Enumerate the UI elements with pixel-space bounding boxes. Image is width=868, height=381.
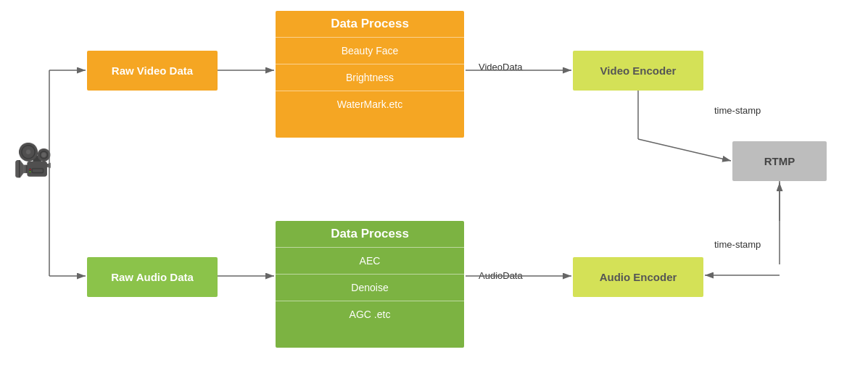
raw-video-data-label: Raw Video Data xyxy=(112,64,193,77)
svg-line-7 xyxy=(638,139,731,161)
raw-audio-data-label: Raw Audio Data xyxy=(111,271,194,283)
raw-audio-data-box: Raw Audio Data xyxy=(87,257,218,297)
timestamp-label-1: time-stamp xyxy=(714,105,761,116)
audio-dp-item-2: Denoise xyxy=(276,274,464,301)
video-dp-item-1: Beauty Face xyxy=(276,37,464,64)
rtmp-box: RTMP xyxy=(732,141,827,181)
video-data-process-box: Data Process Beauty Face Brightness Wate… xyxy=(276,11,464,138)
audio-encoder-label: Audio Encoder xyxy=(600,271,677,283)
audio-dp-title: Data Process xyxy=(276,221,464,247)
video-data-label: VideoData xyxy=(479,62,522,72)
video-dp-item-3: WaterMark.etc xyxy=(276,91,464,117)
camera-icon: 🎥 xyxy=(13,141,53,179)
audio-data-process-box: Data Process AEC Denoise AGC .etc xyxy=(276,221,464,348)
audio-encoder-box: Audio Encoder xyxy=(573,257,703,297)
video-dp-item-2: Brightness xyxy=(276,64,464,91)
rtmp-label: RTMP xyxy=(764,155,795,167)
audio-dp-item-3: AGC .etc xyxy=(276,301,464,327)
diagram: 🎥 Raw Video Data Data Process Beauty Fac… xyxy=(0,0,868,381)
audio-data-label: AudioData xyxy=(479,270,523,281)
raw-video-data-box: Raw Video Data xyxy=(87,51,218,91)
video-encoder-label: Video Encoder xyxy=(600,64,677,77)
audio-dp-item-1: AEC xyxy=(276,247,464,274)
video-dp-title: Data Process xyxy=(276,11,464,37)
timestamp-label-2: time-stamp xyxy=(714,239,761,250)
video-encoder-box: Video Encoder xyxy=(573,51,703,91)
